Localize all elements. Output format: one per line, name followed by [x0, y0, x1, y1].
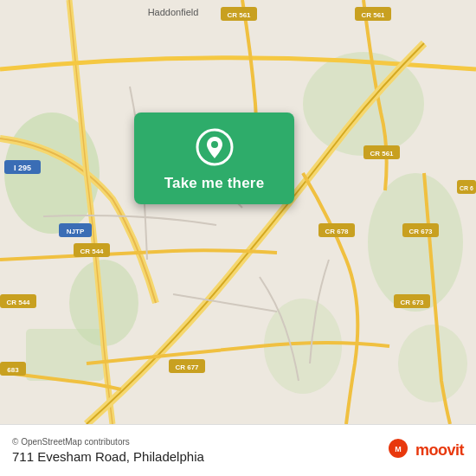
svg-point-4	[368, 173, 463, 312]
map-background: I 295 NJTP CR 561 CR 561 CR 561 CR 544 C…	[0, 0, 476, 424]
svg-rect-6	[26, 329, 104, 381]
location-label: 711 Evesham Road, Philadelphia	[12, 449, 204, 464]
svg-text:CR 561: CR 561	[361, 11, 385, 19]
svg-text:CR 561: CR 561	[227, 11, 251, 19]
svg-text:M: M	[395, 445, 402, 453]
svg-text:CR 6: CR 6	[460, 185, 473, 191]
moovit-text: moovit	[415, 441, 464, 460]
svg-text:NJTP: NJTP	[67, 228, 85, 235]
svg-text:CR 677: CR 677	[175, 363, 199, 371]
take-me-there-label: Take me there	[164, 175, 265, 192]
svg-text:CR 673: CR 673	[400, 299, 424, 306]
location-pin-icon	[196, 128, 234, 166]
moovit-logo: M moovit	[384, 437, 464, 465]
svg-point-7	[398, 325, 467, 402]
moovit-brand-icon: M	[384, 437, 412, 465]
footer-bar: © OpenStreetMap contributors 711 Evesham…	[0, 424, 476, 476]
svg-text:CR 544: CR 544	[6, 299, 30, 306]
footer-left: © OpenStreetMap contributors 711 Evesham…	[12, 437, 204, 464]
svg-text:CR 673: CR 673	[408, 228, 433, 235]
take-me-there-card[interactable]: Take me there	[134, 113, 294, 204]
svg-text:683: 683	[7, 366, 19, 374]
map-container: I 295 NJTP CR 561 CR 561 CR 561 CR 544 C…	[0, 0, 476, 424]
osm-credit: © OpenStreetMap contributors	[12, 437, 204, 447]
svg-text:CR 561: CR 561	[370, 150, 394, 158]
svg-text:Haddonfield: Haddonfield	[148, 7, 199, 17]
svg-text:CR 678: CR 678	[325, 228, 349, 235]
svg-text:I 295: I 295	[14, 164, 31, 172]
svg-point-36	[211, 141, 218, 148]
svg-text:CR 544: CR 544	[80, 248, 104, 255]
